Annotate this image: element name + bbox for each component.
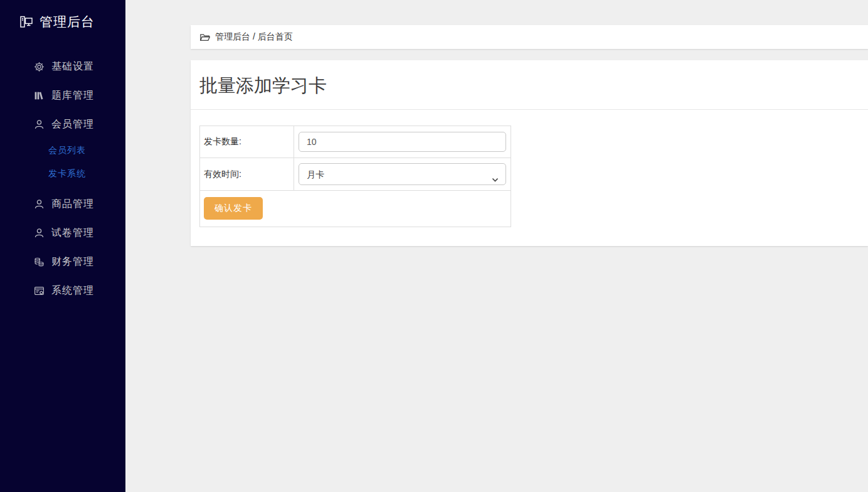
sidebar-item-question-bank[interactable]: 题库管理	[0, 88, 125, 102]
app-logo: 管理后台	[0, 0, 125, 31]
panel-body: 发卡数量: 有效时间: 月卡	[191, 110, 868, 227]
sidebar-item-finance[interactable]: 财务管理	[0, 255, 125, 269]
confirm-issue-button[interactable]: 确认发卡	[204, 197, 263, 220]
validity-label: 有效时间:	[200, 158, 294, 191]
table-row: 发卡数量:	[200, 126, 511, 158]
quantity-input[interactable]	[299, 132, 506, 152]
sidebar-item-products[interactable]: 商品管理	[0, 197, 125, 211]
main-area: 管理后台 / 后台首页 批量添加学习卡 发卡数量: 有效时间: 月卡	[125, 0, 868, 492]
sidebar-subitem-card-system[interactable]: 发卡系统	[0, 168, 125, 179]
sidebar-item-members[interactable]: 会员管理	[0, 117, 125, 131]
page-title: 批量添加学习卡	[191, 60, 868, 110]
user-icon	[33, 227, 45, 238]
app-title: 管理后台	[40, 13, 95, 31]
coins-icon	[33, 256, 45, 267]
sidebar-item-system[interactable]: 系统管理	[0, 284, 125, 297]
sidebar-item-exams[interactable]: 试卷管理	[0, 226, 125, 240]
desktop-computer-icon	[19, 14, 34, 29]
sidebar: 管理后台 基础设置	[0, 0, 125, 492]
content-panel: 批量添加学习卡 发卡数量: 有效时间: 月卡	[191, 60, 868, 246]
table-row: 有效时间: 月卡	[200, 158, 511, 191]
members-submenu: 会员列表 发卡系统	[0, 145, 125, 179]
sidebar-item-label: 试卷管理	[51, 227, 94, 240]
sidebar-item-label: 题库管理	[51, 89, 94, 102]
quantity-label: 发卡数量:	[200, 126, 294, 158]
breadcrumb-text: 管理后台 / 后台首页	[215, 31, 293, 43]
sidebar-item-label: 系统管理	[51, 284, 94, 297]
sidebar-item-label: 基础设置	[51, 60, 94, 73]
gear-icon	[33, 61, 45, 72]
library-icon	[33, 90, 45, 101]
folder-open-icon	[199, 32, 210, 43]
system-icon	[33, 285, 45, 296]
breadcrumb: 管理后台 / 后台首页	[191, 25, 868, 49]
user-icon	[33, 119, 45, 130]
user-icon	[33, 198, 45, 210]
sidebar-item-label: 财务管理	[51, 255, 94, 269]
validity-cell: 月卡	[294, 158, 511, 191]
sidebar-item-basic-settings[interactable]: 基础设置	[0, 60, 125, 73]
sidebar-item-label: 会员管理	[51, 118, 94, 131]
sidebar-subitem-member-list[interactable]: 会员列表	[0, 145, 125, 156]
sidebar-nav: 基础设置 题库管理 会员管理 会员列表 发卡系统	[0, 60, 125, 297]
sidebar-item-label: 商品管理	[51, 198, 94, 211]
card-issue-form: 发卡数量: 有效时间: 月卡	[199, 126, 511, 227]
table-row: 确认发卡	[200, 191, 511, 227]
validity-select[interactable]: 月卡	[299, 163, 506, 185]
quantity-cell	[294, 126, 511, 158]
button-cell: 确认发卡	[200, 191, 511, 227]
